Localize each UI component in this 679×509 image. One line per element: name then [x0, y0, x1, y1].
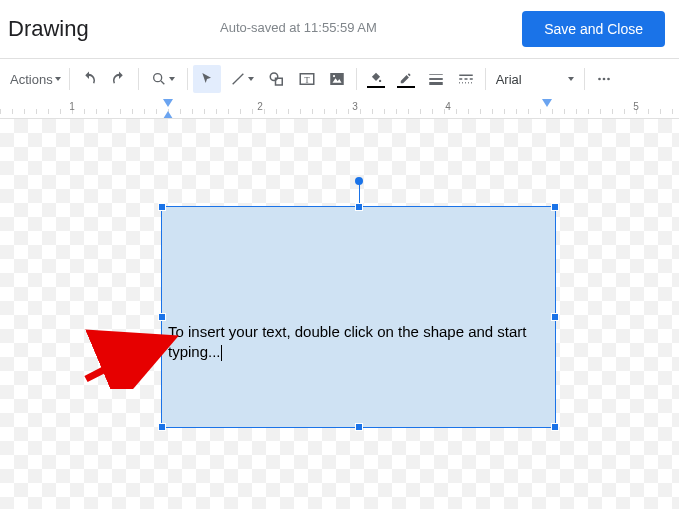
dialog-header: Drawing Auto-saved at 11:55:59 AM Save a…: [0, 0, 679, 58]
resize-handle-nw[interactable]: [158, 203, 166, 211]
undo-button[interactable]: [75, 65, 103, 93]
autosave-status: Auto-saved at 11:55:59 AM: [220, 20, 377, 35]
actions-menu[interactable]: Actions: [6, 68, 65, 91]
textbox-tool[interactable]: T: [293, 65, 321, 93]
svg-point-17: [598, 78, 601, 81]
chevron-down-icon: [169, 77, 175, 81]
text-caret: [221, 345, 222, 361]
svg-point-9: [333, 75, 335, 77]
image-tool[interactable]: [323, 65, 351, 93]
svg-line-1: [161, 81, 164, 84]
actions-label: Actions: [10, 72, 53, 87]
border-weight-button[interactable]: [422, 65, 450, 93]
shape-tool[interactable]: [263, 65, 291, 93]
drawing-canvas[interactable]: To insert your text, double click on the…: [0, 119, 679, 509]
shape-text-content[interactable]: To insert your text, double click on the…: [168, 322, 549, 361]
undo-icon: [80, 70, 98, 88]
resize-handle-se[interactable]: [551, 423, 559, 431]
svg-rect-7: [330, 73, 344, 85]
more-options-button[interactable]: [590, 65, 618, 93]
chevron-down-icon: [568, 77, 574, 81]
separator: [485, 68, 486, 90]
separator: [356, 68, 357, 90]
font-family-label: Arial: [496, 72, 522, 87]
svg-point-0: [153, 74, 161, 82]
separator: [584, 68, 585, 90]
fill-color-icon: [367, 71, 385, 88]
redo-button[interactable]: [105, 65, 133, 93]
ruler-mark: 3: [352, 101, 358, 112]
image-icon: [328, 70, 346, 88]
pencil-icon: [397, 71, 415, 88]
horizontal-ruler[interactable]: 1 2 3 4 5: [0, 99, 679, 119]
indent-marker-left-bottom[interactable]: [163, 111, 173, 119]
svg-point-3: [270, 73, 278, 81]
line-tool[interactable]: [223, 65, 261, 93]
separator: [187, 68, 188, 90]
textbox-icon: T: [298, 70, 316, 88]
resize-handle-n[interactable]: [355, 203, 363, 211]
more-horizontal-icon: [595, 70, 613, 88]
resize-handle-ne[interactable]: [551, 203, 559, 211]
ruler-mark: 1: [69, 101, 75, 112]
border-dash-button[interactable]: [452, 65, 480, 93]
separator: [138, 68, 139, 90]
select-tool[interactable]: [193, 65, 221, 93]
chevron-down-icon: [55, 77, 61, 81]
svg-text:T: T: [304, 75, 310, 85]
ruler-mark: 2: [257, 101, 263, 112]
resize-handle-w[interactable]: [158, 313, 166, 321]
svg-point-18: [602, 78, 605, 81]
cursor-icon: [199, 71, 215, 87]
redo-icon: [110, 70, 128, 88]
line-icon: [230, 71, 246, 87]
chevron-down-icon: [248, 77, 254, 81]
save-and-close-button[interactable]: Save and Close: [522, 11, 665, 47]
dialog-title: Drawing: [8, 16, 89, 42]
separator: [69, 68, 70, 90]
toolbar: Actions T: [0, 59, 679, 99]
ruler-mark: 5: [633, 101, 639, 112]
svg-point-19: [607, 78, 610, 81]
indent-marker-right[interactable]: [542, 99, 552, 107]
zoom-icon: [151, 71, 167, 87]
border-dash-icon: [457, 70, 475, 88]
fill-color-button[interactable]: [362, 65, 390, 93]
ruler-mark: 4: [445, 101, 451, 112]
font-family-select[interactable]: Arial: [490, 72, 580, 87]
svg-line-2: [232, 74, 243, 85]
shapes-icon: [268, 70, 286, 88]
border-color-button[interactable]: [392, 65, 420, 93]
svg-point-10: [379, 79, 381, 81]
zoom-menu[interactable]: [144, 65, 182, 93]
indent-marker-left[interactable]: [163, 99, 173, 107]
selected-rectangle-shape[interactable]: To insert your text, double click on the…: [162, 207, 555, 427]
border-weight-icon: [427, 70, 445, 88]
resize-handle-sw[interactable]: [158, 423, 166, 431]
resize-handle-s[interactable]: [355, 423, 363, 431]
resize-handle-e[interactable]: [551, 313, 559, 321]
